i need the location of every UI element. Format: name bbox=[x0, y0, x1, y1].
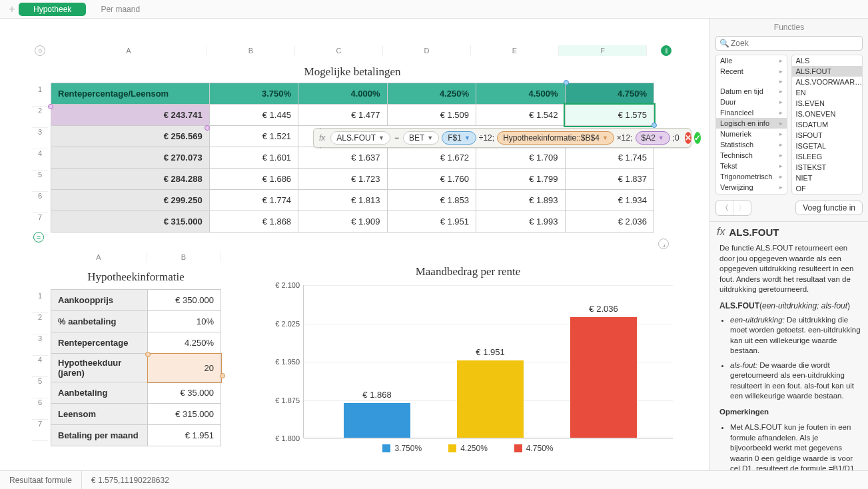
row-label[interactable]: € 299.250 bbox=[51, 190, 210, 211]
row-header[interactable]: 6 bbox=[32, 398, 48, 420]
category-item[interactable]: Datum en tijd▸ bbox=[716, 86, 787, 97]
row-label[interactable]: € 256.569 bbox=[51, 126, 210, 147]
selected-cell[interactable]: € 1.575 bbox=[565, 105, 654, 126]
row-label[interactable]: € 243.741 bbox=[51, 105, 210, 126]
cell[interactable]: 4.250% bbox=[148, 332, 221, 354]
payments-table[interactable]: Rentepercentage/Leensom 3.750% 4.000% 4.… bbox=[51, 83, 654, 233]
formula-token-function[interactable]: BET ▼ bbox=[403, 131, 439, 145]
add-sheet-button[interactable]: + bbox=[5, 3, 19, 15]
table1-row-headers[interactable]: 1 2 3 4 5 6 7 bbox=[32, 85, 48, 235]
cell[interactable]: € 1.686 bbox=[209, 169, 298, 190]
forward-button[interactable]: 〉 bbox=[733, 201, 751, 215]
row-header[interactable]: 4 bbox=[32, 356, 48, 377]
cell[interactable]: € 1.813 bbox=[298, 190, 387, 211]
function-item[interactable]: IS.EVEN bbox=[792, 98, 863, 109]
formula-token-function[interactable]: ALS.FOUT ▼ bbox=[330, 131, 390, 145]
category-item[interactable]: Numeriek▸ bbox=[716, 129, 787, 139]
category-item[interactable]: Tekst▸ bbox=[716, 161, 787, 171]
cell[interactable]: 10% bbox=[148, 311, 221, 332]
col-header[interactable]: F bbox=[559, 45, 647, 56]
header-cell[interactable]: 4.250% bbox=[387, 83, 476, 105]
row-header[interactable]: 1 bbox=[32, 85, 48, 107]
cell[interactable]: € 1.799 bbox=[476, 169, 565, 190]
table1-col-headers[interactable]: A B C D E F bbox=[51, 45, 647, 56]
col-header[interactable]: B bbox=[147, 252, 220, 262]
col-header[interactable]: C bbox=[295, 45, 383, 56]
cell[interactable]: € 1.637 bbox=[298, 147, 387, 169]
formula-editor[interactable]: · fx · ALS.FOUT ▼ − BET ▼ F$1 ▼ ÷12; Hyp… bbox=[313, 128, 691, 148]
category-item[interactable]: Statistisch▸ bbox=[716, 139, 787, 150]
cell[interactable]: Rentepercentage bbox=[51, 332, 148, 354]
category-item[interactable]: Financieel▸ bbox=[716, 107, 787, 118]
col-header[interactable]: B bbox=[207, 45, 295, 56]
function-item[interactable]: ALS.FOUT bbox=[792, 66, 863, 77]
cell[interactable]: € 1.951 bbox=[148, 425, 221, 446]
formula-token-ref[interactable]: F$1 ▼ bbox=[442, 131, 476, 145]
cell[interactable]: € 1.993 bbox=[476, 211, 565, 233]
formula-token-ref[interactable]: $A2 ▼ bbox=[636, 131, 670, 145]
category-item[interactable]: Trigonometrisch▸ bbox=[716, 171, 787, 182]
category-item[interactable]: ▸ bbox=[716, 77, 787, 86]
row-header[interactable]: 3 bbox=[32, 128, 48, 149]
add-column-handle[interactable]: ⦀ bbox=[661, 45, 671, 56]
resize-handle[interactable]: ⌟ bbox=[658, 239, 669, 249]
row-header[interactable]: 1 bbox=[32, 292, 48, 313]
tab-hypotheek[interactable]: Hypotheek bbox=[19, 3, 86, 16]
category-item[interactable]: Technisch▸ bbox=[716, 150, 787, 161]
function-item[interactable]: ISTEKST bbox=[792, 162, 863, 173]
cell[interactable]: Aankoopprijs bbox=[51, 290, 148, 311]
row-label[interactable]: € 284.288 bbox=[51, 169, 210, 190]
cell[interactable]: € 1.723 bbox=[298, 169, 387, 190]
col-header[interactable]: D bbox=[383, 45, 471, 56]
cell[interactable]: € 1.868 bbox=[209, 211, 298, 233]
function-list[interactable]: ALSALS.FOUTALS.VOORWAAR…ENIS.EVENIS.ONEV… bbox=[791, 55, 863, 195]
cell[interactable]: Hypotheekduur (jaren) bbox=[51, 354, 148, 382]
cell[interactable]: € 1.909 bbox=[298, 211, 387, 233]
function-item[interactable]: ALS bbox=[792, 55, 863, 66]
row-header[interactable]: 5 bbox=[32, 377, 48, 398]
category-item[interactable]: Recent▸ bbox=[716, 66, 787, 77]
mortgage-info-table[interactable]: Aankoopprijs€ 350.000 % aanbetaling10% R… bbox=[51, 289, 221, 446]
cell[interactable]: Aanbetaling bbox=[51, 382, 148, 404]
category-item[interactable]: Duur▸ bbox=[716, 97, 787, 107]
function-item[interactable]: EN bbox=[792, 87, 863, 98]
function-item[interactable]: ALS.VOORWAAR… bbox=[792, 77, 863, 87]
cell[interactable]: € 1.951 bbox=[387, 211, 476, 233]
header-cell[interactable]: Rentepercentage/Leensom bbox=[51, 83, 210, 105]
cell[interactable]: € 1.509 bbox=[387, 105, 476, 126]
highlighted-cell[interactable]: 20 bbox=[148, 354, 221, 382]
cell[interactable]: % aanbetaling bbox=[51, 311, 148, 332]
function-item[interactable]: ISFOUT bbox=[792, 130, 863, 141]
cell[interactable]: € 1.774 bbox=[209, 190, 298, 211]
function-item[interactable]: NIET bbox=[792, 173, 863, 183]
category-item[interactable]: Logisch en info▸ bbox=[716, 118, 787, 129]
col-header[interactable]: A bbox=[51, 45, 207, 56]
header-cell[interactable]: 4.000% bbox=[298, 83, 387, 105]
col-header[interactable]: A bbox=[51, 252, 147, 262]
table1-corner-handle[interactable]: ○ bbox=[35, 45, 45, 56]
formula-token-ref[interactable]: Hypotheekinformatie::$B$4 ▼ bbox=[497, 131, 614, 145]
cell[interactable]: € 1.445 bbox=[209, 105, 298, 126]
cell[interactable]: € 1.934 bbox=[565, 190, 654, 211]
row-header[interactable]: 6 bbox=[32, 192, 48, 213]
category-item[interactable]: Verwijzing▸ bbox=[716, 182, 787, 193]
row-header[interactable]: 5 bbox=[32, 171, 48, 192]
cell[interactable]: € 2.036 bbox=[565, 211, 654, 233]
row-header[interactable]: 7 bbox=[32, 420, 48, 441]
cell[interactable]: € 1.837 bbox=[565, 169, 654, 190]
cell[interactable]: € 1.760 bbox=[387, 169, 476, 190]
cell[interactable]: € 1.709 bbox=[476, 147, 565, 169]
row-header[interactable]: 4 bbox=[32, 149, 48, 171]
spreadsheet-canvas[interactable]: ○ A B C D E F ⦀ Mogelijke betalingen 1 2… bbox=[0, 19, 709, 470]
cell[interactable]: € 1.853 bbox=[387, 190, 476, 211]
cell[interactable]: € 35.000 bbox=[148, 382, 221, 404]
cell[interactable]: € 1.477 bbox=[298, 105, 387, 126]
cell[interactable]: € 1.893 bbox=[476, 190, 565, 211]
header-cell[interactable]: 4.750% bbox=[565, 83, 654, 105]
header-cell[interactable]: 3.750% bbox=[209, 83, 298, 105]
cell[interactable]: € 1.542 bbox=[476, 105, 565, 126]
cell[interactable]: € 350.000 bbox=[148, 290, 221, 311]
cell[interactable]: Betaling per maand bbox=[51, 425, 148, 446]
function-item[interactable]: ISDATUM bbox=[792, 119, 863, 130]
row-label[interactable]: € 270.073 bbox=[51, 147, 210, 169]
